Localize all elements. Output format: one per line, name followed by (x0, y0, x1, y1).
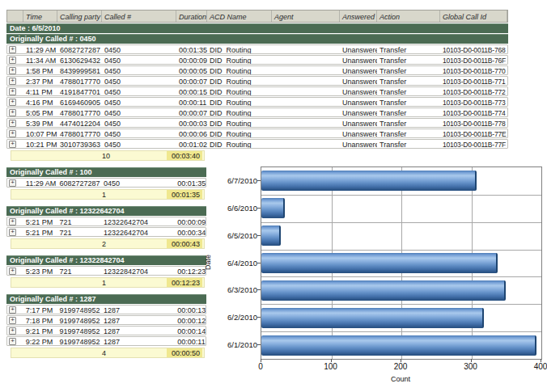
expand-cell: + (7, 119, 23, 127)
expand-row-button[interactable]: + (9, 99, 16, 106)
duration-cell: 00:01:02 (176, 140, 207, 148)
y-tick-label: 6/5/2010 (220, 231, 257, 240)
action-cell: Transfer (377, 66, 440, 74)
expand-row-button[interactable]: + (9, 141, 16, 148)
agent-cell (272, 45, 340, 53)
agent-cell (272, 129, 340, 137)
expand-row-button[interactable]: + (9, 327, 16, 335)
action-cell: Transfer (377, 45, 440, 53)
group-summary-row: 400:00:50 (11, 348, 205, 358)
answered-cell: Unanswered (340, 129, 377, 137)
chart-plot-area (261, 166, 542, 360)
table-row: +2:37 PM4788017770045000:00:07DID_Routin… (6, 76, 508, 86)
agent-cell (272, 98, 340, 106)
table-row: +5:23 PM7211232284270400:12:23 (6, 266, 206, 276)
expand-row-button[interactable]: + (9, 88, 16, 95)
expand-row-button[interactable]: + (9, 338, 16, 345)
duration-cell: 00:00:11 (176, 98, 207, 106)
time-cell: 5:05 PM (23, 108, 57, 116)
answered-cell: Unanswered (340, 87, 377, 95)
chart-x-axis-title: Count (261, 375, 541, 383)
expand-row-button[interactable]: + (9, 306, 16, 314)
expand-row-button[interactable]: + (9, 268, 16, 275)
table-header-row: TimeCalling party #Called #DurationACD N… (6, 10, 508, 23)
time-cell: 9:22 PM (23, 337, 57, 345)
calling-party-cell: 4788017770 (57, 129, 102, 137)
bar (261, 198, 285, 218)
answered-cell: Unanswered (340, 98, 377, 106)
expand-cell: + (7, 56, 23, 64)
summary-call-count: 2 (100, 239, 167, 248)
duration-cell: 00:00:05 (176, 66, 207, 74)
tick-mark (257, 208, 261, 209)
agent-cell (272, 56, 340, 64)
bar (261, 226, 281, 246)
x-tick-label: 0 (258, 362, 263, 371)
expand-row-button[interactable]: + (9, 120, 16, 127)
y-tick-label: 6/6/2010 (220, 204, 257, 213)
called-number-cell: 1287 (101, 306, 175, 314)
agent-cell (272, 87, 340, 95)
summary-total-duration: 00:00:50 (167, 348, 202, 357)
expand-row-button[interactable]: + (9, 179, 16, 187)
agent-cell (272, 119, 340, 127)
action-cell: Transfer (377, 129, 440, 137)
expand-row-button[interactable]: + (9, 46, 16, 53)
global-call-id-cell: 10103-D0-0011B-77F (440, 140, 507, 148)
duration-cell: 00:00:14 (175, 327, 206, 335)
summary-call-count: 1 (100, 190, 167, 199)
calling-party-cell: 3010739363 (57, 140, 102, 148)
acd-name-cell: DID_Routing (207, 98, 272, 106)
column-header-calling-party: Calling party # (57, 11, 102, 22)
table-row: +4:11 PM4191847701045000:00:15DID_Routin… (6, 86, 508, 96)
called-number-cell: 0450 (102, 108, 176, 116)
agent-cell (272, 66, 340, 74)
time-cell: 2:37 PM (23, 77, 57, 85)
originally-called-group-header: Originally Called # : 12322842704 (6, 255, 206, 265)
calling-party-cell: 6169460905 (57, 98, 102, 106)
calling-party-cell: 4474012204 (57, 119, 102, 127)
expand-row-button[interactable]: + (9, 317, 16, 324)
table-row: +11:29 AM6082727287045000:01:35DID_Routi… (6, 44, 508, 54)
expand-row-button[interactable]: + (9, 109, 16, 116)
acd-name-cell: DID_Routing (207, 45, 272, 53)
duration-cell: 00:00:03 (176, 119, 207, 127)
table-row: +5:05 PM4788017770045000:00:07DID_Routin… (6, 107, 508, 117)
y-tick-label: 6/3/2010 (220, 285, 257, 294)
summary-total-duration: 00:03:40 (167, 151, 202, 160)
calling-party-cell: 9199748952 (57, 316, 102, 324)
global-call-id-cell: 10103-D0-0011B-770 (440, 66, 507, 74)
y-tick-label: 6/7/2010 (220, 176, 257, 185)
expand-row-button[interactable]: + (9, 57, 16, 64)
expand-row-button[interactable]: + (9, 78, 16, 85)
bar (261, 308, 484, 328)
column-header-time: Time (23, 11, 57, 22)
time-cell: 1:58 PM (23, 66, 57, 74)
acd-name-cell: DID_Routing (207, 87, 272, 95)
bar-row (261, 222, 541, 250)
summary-call-count: 10 (100, 151, 167, 160)
expand-cell: + (7, 66, 23, 74)
y-tick-label: 6/2/2010 (220, 313, 257, 322)
duration-cell: 00:00:09 (175, 217, 206, 226)
time-cell: 11:34 AM (23, 56, 57, 64)
global-call-id-cell: 10103-D0-0011B-771 (440, 77, 507, 85)
calling-party-cell: 721 (57, 267, 102, 275)
expand-row-button[interactable]: + (9, 229, 16, 236)
called-number-cell: 1287 (101, 316, 175, 324)
action-cell: Transfer (377, 119, 440, 127)
expand-row-button[interactable]: + (9, 218, 16, 226)
group-summary-row: 200:00:43 (11, 238, 205, 249)
originally-called-group-header: Originally Called # : 1287 (6, 294, 206, 304)
called-number-cell: 0450 (102, 119, 176, 127)
calls-by-date-chart: Date Count 6/7/20106/6/20106/5/20106/4/2… (202, 158, 547, 390)
bar (261, 335, 536, 356)
answered-cell: Unanswered (340, 45, 377, 53)
time-cell: 7:17 PM (23, 306, 57, 314)
calling-party-cell: 721 (57, 228, 102, 236)
tick-mark (257, 317, 261, 318)
expand-row-button[interactable]: + (9, 130, 16, 137)
duration-cell: 00:00:09 (176, 56, 207, 64)
group-summary-row: 1000:03:40 (11, 150, 205, 161)
expand-row-button[interactable]: + (9, 67, 16, 74)
